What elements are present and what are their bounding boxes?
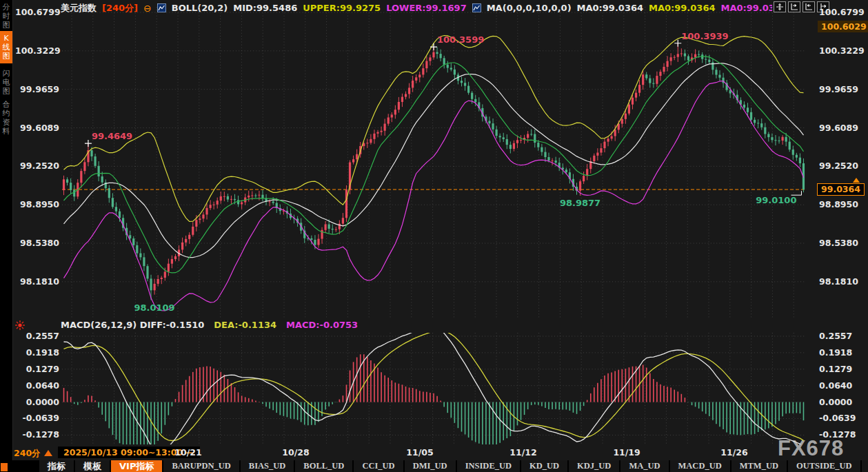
- indicator-tab-outside_ud[interactable]: OUTSIDE_UD: [788, 460, 860, 472]
- macd-axis-label: -0.1278: [15, 429, 59, 440]
- indicator-tab-boll_ud[interactable]: BOLL_UD: [295, 460, 352, 472]
- indicator-tab-dmi_ud[interactable]: DMI_UD: [405, 460, 456, 472]
- indicator-tab-指标[interactable]: 指标: [39, 460, 74, 472]
- price-annotation: 99.4649: [92, 131, 132, 141]
- indicator-tab-bias_ud[interactable]: BIAS_UD: [241, 460, 294, 472]
- indicator-tab-vip指标[interactable]: VIP指标: [111, 460, 162, 472]
- macd-axis-label: 0.1918: [15, 347, 59, 358]
- macd-header-token: MACD:-0.0753: [286, 320, 358, 330]
- macd-axis-label: 0.0640: [819, 380, 863, 391]
- price-annotation: 98.0109: [134, 302, 174, 313]
- sidebar-grip[interactable]: [1, 463, 8, 471]
- price-axis-label: 99.9659: [819, 84, 863, 95]
- date-axis-label: 10/28: [279, 447, 312, 458]
- date-axis-label: 11/12: [507, 447, 540, 458]
- sidebar-item-2[interactable]: K线图: [0, 31, 12, 63]
- macd-axis-label: 0.0000: [819, 397, 863, 408]
- macd-axis-label: 0.0640: [15, 380, 59, 391]
- macd-chart[interactable]: [62, 333, 805, 444]
- sidebar-item-4[interactable]: 合约资料: [0, 100, 12, 136]
- timeframe-up-arrow-icon: [44, 450, 52, 456]
- last-price-box: 99.0364: [817, 183, 865, 196]
- macd-header: MACD(26,12,9) DIFF:-0.1510DEA:-0.1134MAC…: [61, 320, 358, 330]
- price-annotation: 98.9877: [560, 198, 600, 208]
- macd-axis-label: -0.0639: [819, 413, 863, 424]
- price-axis-label: 100.3229: [819, 45, 863, 57]
- date-axis-label: 11/05: [403, 447, 436, 458]
- extreme-cross-marker: [430, 43, 437, 50]
- macd-axis-label: -0.0639: [15, 413, 59, 424]
- indicator-tab-ma_ud[interactable]: MA_UD: [620, 460, 668, 472]
- extreme-cross-marker: [85, 140, 92, 147]
- indicator-tab-kd_ud[interactable]: KD_UD: [521, 460, 567, 472]
- price-annotation: 99.0100: [756, 195, 796, 205]
- indicator-tab-macd_ud[interactable]: MACD_UD: [670, 460, 730, 472]
- indicator-tab-cci_ud[interactable]: CCI_UD: [354, 460, 403, 472]
- price-axis-label: 98.8950: [819, 199, 863, 210]
- price-axis-label: 100.6799: [15, 7, 59, 18]
- price-axis-label: 100.3229: [15, 45, 59, 57]
- indicator-tab-kdj_ud[interactable]: KDJ_UD: [569, 460, 619, 472]
- price-axis-label: 98.1810: [819, 276, 863, 287]
- macd-header-token: DEA:-0.1134: [214, 320, 276, 330]
- macd-header-token: MACD(26,12,9) DIFF:-0.1510: [61, 320, 204, 330]
- price-axis-label: 98.1810: [15, 276, 59, 287]
- macd-axis-label: 0.0000: [15, 397, 59, 408]
- timeframe-label[interactable]: 240分: [14, 448, 41, 460]
- left-sidebar: 分时图K线图闪电图合约资料: [0, 0, 13, 472]
- macd-axis-label: 0.2557: [15, 331, 59, 342]
- extreme-cross-marker: [674, 40, 681, 47]
- indicator-tab-barupdn_ud[interactable]: BARUPDN_UD: [163, 460, 239, 472]
- sidebar-item-3[interactable]: 闪电图: [0, 69, 12, 96]
- indicator-tab-psy_ud[interactable]: PSY_UD: [862, 460, 868, 472]
- price-annotation: 100.3939: [681, 31, 728, 41]
- macd-axis-label: 0.1279: [819, 364, 863, 375]
- indicator-settings-icon[interactable]: [14, 320, 26, 331]
- price-axis-label: 98.5380: [15, 238, 59, 249]
- price-chart[interactable]: 99.464998.0109100.359998.9877100.393999.…: [62, 7, 805, 318]
- price-axis-label: 99.2520: [15, 161, 59, 172]
- indicator-tab-mtm_ud[interactable]: MTM_UD: [731, 460, 787, 472]
- price-axis-label: 99.2520: [819, 161, 863, 172]
- price-axis-label: 99.6089: [819, 123, 863, 134]
- chart-application: 分时图K线图闪电图合约资料 美元指数[240分]⊖BOLL(20,2)MID:9…: [0, 0, 868, 472]
- price-axis-label: 99.6089: [15, 123, 59, 134]
- price-axis-label: 98.5380: [819, 238, 863, 249]
- indicator-tab-模板[interactable]: 模板: [75, 460, 110, 472]
- macd-axis-label: 0.1279: [15, 364, 59, 375]
- date-axis-label: 10/21: [172, 447, 205, 458]
- date-axis-label: 11/19: [610, 447, 643, 458]
- macd-axis-label: 0.2557: [819, 331, 863, 342]
- session-high-badge: 100.6029: [818, 21, 868, 32]
- price-axis-label: 98.8950: [15, 199, 59, 210]
- indicator-toolbar: 指标模板VIP指标BARUPDN_UDBIAS_UDBOLL_UDCCI_UDD…: [12, 460, 868, 472]
- price-annotation: 100.3599: [437, 34, 484, 45]
- price-up-arrow-icon: [853, 178, 860, 183]
- sidebar-item-1[interactable]: 分时图: [0, 3, 12, 30]
- indicator-tab-inside_ud[interactable]: INSIDE_UD: [457, 460, 520, 472]
- date-axis-label: 11/26: [718, 447, 751, 458]
- macd-axis-label: 0.1918: [819, 347, 863, 358]
- price-axis-label: 100.6799: [819, 7, 863, 18]
- price-axis-label: 99.9659: [15, 84, 59, 95]
